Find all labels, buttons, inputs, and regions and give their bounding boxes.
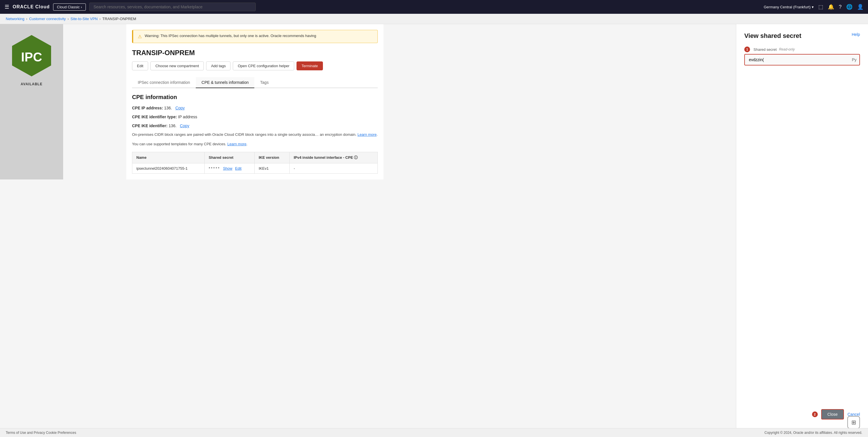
terms-link[interactable]: Terms of Use and Privacy (6, 431, 45, 435)
cpe-ip-copy-link[interactable]: Copy (175, 106, 185, 110)
tab-cpe[interactable]: CPE & tunnels information (196, 77, 254, 88)
cpe-ip-value: 136. (164, 106, 172, 110)
warning-text: Warning: This IPSec connection has multi… (145, 34, 316, 38)
user-icon[interactable]: 👤 (857, 4, 863, 10)
action-buttons: Edit Choose new compartment Add tags Ope… (132, 61, 378, 70)
cpe-ike-id-label: CPE IKE identifier: (132, 123, 167, 128)
panel-title: View shared secret (744, 32, 801, 40)
breadcrumb-networking[interactable]: Networking (6, 17, 24, 21)
cpe-ip-row: CPE IP address: 136. Copy (132, 105, 378, 111)
right-panel: View shared secret Help 1 Shared secret … (736, 24, 868, 437)
shared-secret-input[interactable] (745, 55, 859, 65)
cpe-ike-type-label: CPE IKE identifier type: (132, 115, 177, 119)
breadcrumb-customer-connectivity[interactable]: Customer connectivity (29, 17, 66, 21)
ipc-hexagon-icon: IPC (9, 33, 55, 79)
terminate-button[interactable]: Terminate (297, 61, 322, 70)
tunnels-table: Name Shared secret IKE version IPv4 insi… (132, 152, 378, 174)
secret-input-wrapper: Py (744, 54, 860, 65)
cpe-ike-type-value: IP address (178, 115, 197, 119)
table-header-shared-secret: Shared secret (205, 152, 254, 163)
left-content: IPC AVAILABLE ⚠ Warning: This IPSec conn… (0, 24, 736, 180)
warning-banner: ⚠ Warning: This IPSec connection has mul… (132, 30, 378, 43)
tab-ipsec[interactable]: IPSec connection information (132, 77, 196, 88)
region-chevron-icon: ▾ (812, 5, 814, 9)
help-widget[interactable]: ⊞ (847, 416, 860, 429)
warning-icon: ⚠ (138, 34, 142, 39)
tunnel-ipv4-interface: - (290, 163, 377, 174)
cpe-ike-id-row: CPE IKE identifier: 136. Copy (132, 123, 378, 129)
read-only-badge: Read-only (779, 48, 795, 52)
ipc-status-label: AVAILABLE (21, 82, 42, 86)
page-footer: Terms of Use and Privacy Cookie Preferen… (0, 428, 868, 437)
breadcrumb-separator-1: › (26, 17, 27, 21)
cookie-link[interactable]: Cookie Preferences (46, 431, 76, 435)
cpe-ike-id-copy-link[interactable]: Copy (180, 123, 189, 128)
bell-icon[interactable]: 🔔 (828, 4, 834, 10)
cpe-ike-type-row: CPE IKE identifier type: IP address (132, 114, 378, 120)
ipc-sidebar: IPC AVAILABLE (0, 24, 63, 180)
breadcrumb-current: TRANSIP-ONPREM (102, 17, 136, 21)
help-icon[interactable]: ? (839, 4, 842, 10)
region-label: Germany Central (Frankfurt) (764, 5, 811, 9)
footer-right: Copyright © 2024, Oracle and/or its affi… (764, 431, 862, 435)
cpe-section-title: CPE information (132, 94, 378, 100)
add-tags-button[interactable]: Add tags (206, 61, 230, 70)
cpe-description-1: On-premises CIDR block ranges are paired… (132, 132, 378, 138)
content-area: ⚠ Warning: This IPSec connection has mul… (126, 24, 383, 180)
tunnel-edit-link[interactable]: Edit (235, 166, 241, 170)
secret-suffix: Py (852, 57, 857, 62)
resource-title: TRANSIP-ONPREM (132, 49, 378, 57)
breadcrumb-separator-2: › (67, 17, 69, 21)
top-navigation: ☰ ORACLE Cloud Cloud Classic › Germany C… (0, 0, 868, 14)
open-cpe-button[interactable]: Open CPE configuration helper (233, 61, 294, 70)
cloud-classic-button[interactable]: Cloud Classic › (53, 3, 86, 11)
edit-button[interactable]: Edit (132, 61, 148, 70)
table-header-ike-version: IKE version (255, 152, 290, 163)
region-selector[interactable]: Germany Central (Frankfurt) ▾ (764, 5, 814, 9)
tunnel-secret-dots: ***** (209, 166, 220, 170)
learn-more-link-1[interactable]: Learn more (358, 132, 376, 137)
footer-left: Terms of Use and Privacy Cookie Preferen… (6, 431, 76, 435)
breadcrumb-site-to-site-vpn[interactable]: Site-to-Site VPN (71, 17, 98, 21)
tunnel-show-link[interactable]: Show (223, 166, 232, 170)
field-label-text: Shared secret (753, 48, 777, 52)
choose-compartment-button[interactable]: Choose new compartment (150, 61, 204, 70)
panel-help-link[interactable]: Help (851, 32, 860, 37)
step2-badge: 2 (812, 411, 818, 417)
panel-header: View shared secret Help (744, 32, 860, 40)
svg-text:IPC: IPC (21, 50, 42, 64)
code-icon[interactable]: ⬚ (818, 4, 823, 10)
step1-badge: 1 (744, 46, 750, 52)
learn-more-link-2[interactable]: Learn more (227, 142, 246, 146)
shared-secret-field-label: 1 Shared secret Read-only (744, 46, 860, 52)
left-panel: IPC AVAILABLE ⚠ Warning: This IPSec conn… (0, 24, 736, 437)
tabs: IPSec connection information CPE & tunne… (132, 77, 378, 88)
table-header-name: Name (132, 152, 205, 163)
search-input[interactable] (89, 3, 256, 11)
table-row: ipsectunnel20240604071755-1 ***** Show E… (132, 163, 378, 174)
tab-tags[interactable]: Tags (254, 77, 274, 88)
table-header-ipv4-interface: IPv4 inside tunnel interface - CPE ⓘ (290, 152, 377, 163)
globe-icon[interactable]: 🌐 (846, 4, 852, 10)
oracle-logo: ORACLE Cloud (12, 4, 50, 9)
breadcrumb-separator-3: › (99, 17, 100, 21)
tunnel-ike-version: IKEv1 (255, 163, 290, 174)
cpe-description-2: You can use supported templates for many… (132, 141, 378, 147)
cpe-ike-id-value: 136. (169, 123, 177, 128)
main-layout: IPC AVAILABLE ⚠ Warning: This IPSec conn… (0, 24, 868, 437)
hamburger-menu-icon[interactable]: ☰ (5, 4, 9, 10)
cpe-ip-label: CPE IP address: (132, 106, 163, 110)
tunnel-shared-secret-cell: ***** Show Edit (205, 163, 254, 174)
close-button[interactable]: Close (821, 409, 844, 419)
tunnel-name: ipsectunnel20240604071755-1 (132, 163, 205, 174)
breadcrumb: Networking › Customer connectivity › Sit… (0, 14, 868, 24)
nav-right-area: Germany Central (Frankfurt) ▾ ⬚ 🔔 ? 🌐 👤 (764, 4, 863, 10)
